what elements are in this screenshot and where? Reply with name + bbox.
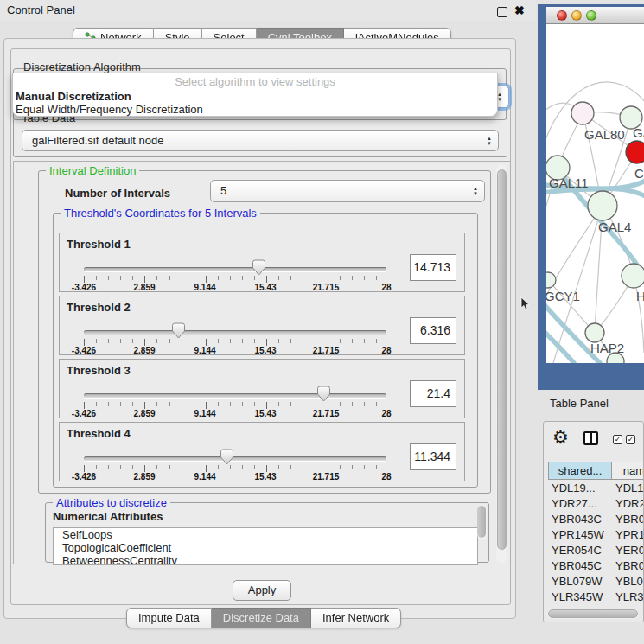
scale-label: 21.715 [313, 409, 340, 418]
algorithm-dropdown-popup: Select algorithm to view settings Manual… [12, 73, 498, 117]
table-row[interactable]: YDR27...YDR27... [548, 496, 643, 512]
thresholds-coordinates-group: Threshold's Coordinates for 5 Intervals … [53, 213, 478, 488]
slider-thumb[interactable] [252, 259, 266, 276]
slider-track[interactable] [84, 393, 386, 398]
node-hap2[interactable] [585, 323, 604, 342]
slider-scale-labels: -3.4262.8599.14415.4321.71528 [84, 283, 386, 293]
tab-label: Infer Network [322, 609, 389, 628]
table-cell: YBR045C [615, 558, 644, 574]
table-data-combobox[interactable]: galFiltered.sif default node ▲▼ [22, 130, 499, 151]
horizontal-scrollbar[interactable] [547, 609, 639, 619]
slider-thumb[interactable] [171, 322, 186, 339]
tab-discretize-data[interactable]: Discretize Data [212, 608, 311, 628]
dropdown-placeholder-option[interactable]: Select algorithm to view settings [13, 75, 497, 90]
table-cell: YBL079W [615, 574, 644, 590]
threshold-1-panel: Threshold 1 -3.4262.8599.14415.4321.7152… [59, 233, 465, 292]
node-label: H [636, 289, 644, 303]
vertical-scrollbar[interactable] [496, 164, 507, 563]
control-panel-titlebar: Control Panel ✖ [0, 0, 536, 21]
checkbox-icon[interactable]: ✓ [626, 435, 635, 444]
threshold-1-value-field[interactable]: 14.713 [410, 254, 456, 281]
threshold-4-value-field[interactable]: 11.344 [410, 443, 456, 470]
interval-definition-label: Interval Definition [46, 164, 139, 177]
numerical-attribute-item[interactable]: BetweennessCentrality [54, 554, 477, 565]
split-columns-icon[interactable] [583, 431, 598, 445]
threshold-2-value-field[interactable]: 6.316 [410, 317, 456, 344]
tab-impute-data[interactable]: Impute Data [126, 608, 212, 628]
gear-icon[interactable]: ⚙ [552, 427, 569, 448]
scrollbar-thumb[interactable] [497, 169, 507, 550]
minimize-traffic-light[interactable] [571, 10, 582, 21]
threshold-2-panel: Threshold 2 -3.4262.8599.14415.4321.7152… [59, 296, 465, 355]
slider-thumb[interactable] [316, 386, 331, 402]
threshold-3-slider: -3.4262.8599.14415.4321.71528 [84, 391, 386, 418]
discretization-algorithm-label: Discretization Algorithm [20, 61, 144, 73]
table-data-value: galFiltered.sif default node [32, 134, 163, 147]
scale-label: 28 [381, 346, 391, 355]
table-cell: YER054C [615, 543, 644, 558]
node-label: GAL4 [598, 220, 631, 234]
node-gcy1[interactable] [546, 272, 556, 288]
scale-label: -3.426 [72, 346, 96, 355]
apply-button[interactable]: Apply [233, 580, 291, 601]
threshold-1-title: Threshold 1 [67, 238, 131, 251]
table-row[interactable]: YBR045CYBR045C [548, 558, 643, 574]
table-cell: YDL19... [552, 481, 610, 496]
slider-ticks [84, 276, 387, 283]
table-row[interactable]: YBL079WYBL079W [548, 574, 643, 590]
checkbox-icon[interactable]: ✓ [613, 435, 622, 444]
network-canvas[interactable]: GAL80 GA C GAL11 GAL4 GCY1 H HAP2 [546, 24, 644, 363]
tab-infer-network[interactable]: Infer Network [311, 608, 401, 628]
tab-label: Impute Data [138, 609, 200, 628]
threshold-4-panel: Threshold 4 -3.4262.8599.14415.4321.7152… [59, 422, 465, 481]
threshold-2-title: Threshold 2 [67, 301, 131, 314]
column-header-name[interactable]: name [611, 462, 644, 480]
node-h[interactable] [622, 264, 644, 288]
scale-label: -3.426 [72, 472, 96, 481]
network-graph: GAL80 GA C GAL11 GAL4 GCY1 H HAP2 [546, 24, 644, 363]
dropdown-option-manual-discretization[interactable]: Manual Discretization [13, 90, 497, 103]
node-gal80[interactable] [571, 102, 594, 124]
settings-scroll-area: Interval Definition Number of Intervals … [13, 161, 511, 564]
zoom-traffic-light[interactable] [586, 10, 596, 21]
attributes-scrollbar[interactable] [477, 505, 487, 539]
close-traffic-light[interactable] [557, 10, 567, 21]
slider-thumb[interactable] [220, 449, 234, 465]
close-icon[interactable]: ✖ [514, 3, 525, 17]
table-panel-titlebar: Table Panel [538, 390, 644, 416]
table-row[interactable]: YER054CYER054C [548, 543, 643, 558]
slider-track[interactable] [84, 456, 386, 461]
table-header-row: shared... name [548, 462, 643, 480]
scrollbar-thumb[interactable] [477, 506, 486, 538]
stepper-icon: ▲▼ [487, 131, 492, 150]
table-row[interactable]: YBR043CYBR043C [548, 512, 643, 527]
scale-label: 2.859 [133, 346, 155, 355]
slider-track[interactable] [84, 267, 386, 271]
dropdown-option-equal-width[interactable]: Equal Width/Frequency Discretization [13, 103, 497, 116]
tab-label: Discretize Data [223, 609, 299, 628]
node-label: HAP2 [590, 341, 624, 355]
scale-label: 2.859 [133, 409, 155, 418]
scale-label: 15.43 [254, 346, 276, 355]
table-cell: YPR145W [615, 527, 644, 543]
table-row[interactable]: YDL19...YDL19... [548, 481, 643, 496]
number-of-intervals-combobox[interactable]: 5 ▲▼ [210, 180, 485, 202]
slider-ticks [84, 402, 387, 409]
numerical-attributes-list[interactable]: SelfLoopsTopologicalCoefficientBetweenne… [53, 527, 478, 565]
scrollbar-thumb[interactable] [548, 609, 638, 618]
scale-label: 15.43 [254, 283, 276, 292]
scale-label: 21.715 [313, 472, 340, 481]
node-highlighted-red[interactable] [626, 141, 644, 163]
numerical-attribute-item[interactable]: SelfLoops [54, 528, 477, 541]
threshold-3-title: Threshold 3 [67, 364, 131, 377]
numerical-attribute-item[interactable]: TopologicalCoefficient [54, 541, 477, 554]
table-row[interactable]: YPR145WYPR145W [548, 527, 643, 543]
slider-track[interactable] [84, 330, 386, 335]
discretize-content-pane: Discretization Algorithm ▲▼ Select algor… [10, 48, 511, 605]
column-header-shared-name[interactable]: shared... [548, 462, 612, 480]
threshold-3-value-field[interactable]: 21.4 [410, 380, 456, 407]
node-gal4[interactable] [588, 191, 617, 220]
float-window-icon[interactable] [497, 7, 507, 17]
network-view-window: GAL80 GA C GAL11 GAL4 GCY1 H HAP2 [538, 4, 644, 390]
table-cell: YBR043C [552, 512, 610, 527]
